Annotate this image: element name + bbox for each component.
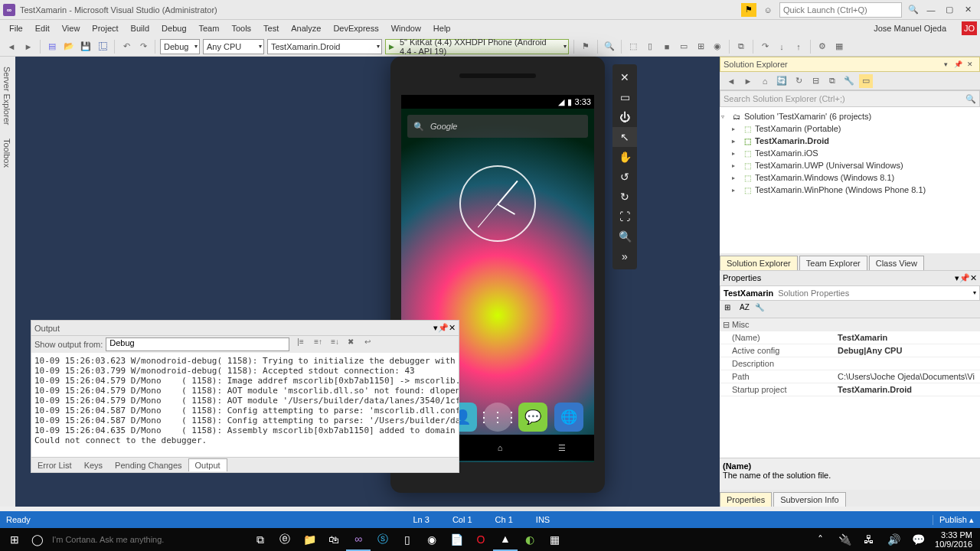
output-prev-icon[interactable]: ≡↑	[314, 337, 328, 351]
feedback-icon[interactable]: ☺	[761, 3, 775, 17]
output-from-combo[interactable]: Debug	[106, 337, 289, 351]
prop-close-icon[interactable]: ✕	[970, 273, 977, 283]
emu-zoom-button[interactable]: 🔍	[612, 227, 637, 246]
emu-single-touch-button[interactable]: ↖	[612, 127, 637, 147]
prop-az-icon[interactable]: AZ	[740, 303, 752, 315]
menu-tools[interactable]: Tools	[225, 24, 257, 33]
output-wrap-icon[interactable]: ↩	[364, 337, 378, 351]
find-icon[interactable]: 🔍	[603, 40, 616, 54]
se-fwd-icon[interactable]: ►	[741, 74, 755, 88]
prop-row-1[interactable]: Active configDebug|Any CPU	[720, 344, 980, 357]
tab-class-view[interactable]: Class View	[869, 256, 924, 270]
tray-network-icon[interactable]: 🖧	[857, 528, 881, 551]
user-avatar-badge[interactable]: JO	[962, 21, 977, 35]
solution-explorer-search[interactable]: Search Solution Explorer (Ctrl+;) 🔍	[720, 90, 980, 107]
emu-cam-icon[interactable]: ■	[660, 40, 674, 54]
prop-pin-icon[interactable]: 📌	[959, 273, 970, 283]
chrome-icon[interactable]: ◉	[420, 528, 444, 551]
emu-rotate-right-button[interactable]: ↻	[612, 187, 637, 207]
se-collapse-icon[interactable]: ⊟	[808, 74, 822, 88]
output-pin-icon[interactable]: 📌	[438, 323, 449, 333]
menu-debug[interactable]: Debug	[155, 24, 192, 33]
menu-test[interactable]: Test	[257, 24, 285, 33]
output-find-icon[interactable]: |≡	[297, 337, 311, 351]
edge-icon[interactable]: ⓔ	[273, 528, 297, 551]
tab-subversion[interactable]: Subversion Info	[773, 492, 845, 507]
se-pin-icon[interactable]: 📌	[952, 59, 963, 70]
project-node-0[interactable]: ▸⬚TestXamarin (Portable)	[721, 122, 978, 135]
quick-launch-input[interactable]	[779, 2, 902, 18]
tray-volume-icon[interactable]: 🔊	[881, 528, 906, 551]
solution-config-combo[interactable]: Debug	[160, 39, 200, 54]
notepad-icon[interactable]: 📄	[444, 528, 469, 551]
se-sync-icon[interactable]: 🔄	[775, 74, 789, 88]
restore-button[interactable]: ▢	[940, 2, 959, 18]
se-properties-icon[interactable]: 🔧	[842, 74, 856, 88]
menu-help[interactable]: Help	[427, 24, 457, 33]
prop-pages-icon[interactable]: 🔧	[755, 303, 767, 315]
startup-project-combo[interactable]: TestXamarin.Droid	[267, 39, 382, 54]
emu-minimize-button[interactable]: ▭	[612, 87, 637, 107]
prop-cat-icon[interactable]: ⊞	[724, 303, 737, 315]
nav-recent-icon[interactable]: ☰	[558, 443, 566, 453]
menu-devexpress[interactable]: DevExpress	[327, 24, 384, 33]
start-debug-button[interactable]: 5" KitKat (4.4) XXHDPI Phone (Android 4.…	[385, 39, 569, 54]
properties-grid[interactable]: ⊟ Misc(Name)TestXamarinActive configDebu…	[720, 318, 980, 458]
emu-monitor-icon[interactable]: ▭	[677, 40, 691, 54]
prop-category[interactable]: ⊟ Misc	[720, 318, 980, 331]
emu-more-button[interactable]: »	[612, 246, 637, 266]
se-close-icon[interactable]: ✕	[965, 59, 975, 70]
taskbar-clock[interactable]: 3:33 PM 10/9/2016	[930, 530, 977, 549]
emu-window-icon[interactable]: ⧉	[734, 40, 748, 54]
notifications-flag-icon[interactable]: ⚑	[741, 3, 756, 17]
dock-messages-icon[interactable]: 💬	[518, 403, 547, 432]
open-file-icon[interactable]: 📂	[62, 40, 76, 54]
menu-file[interactable]: File	[3, 24, 29, 33]
start-button[interactable]: ⊞	[3, 528, 26, 551]
tab-output[interactable]: Output	[188, 458, 227, 471]
se-showall-icon[interactable]: ⧉	[825, 74, 839, 88]
search-icon[interactable]: 🔍	[906, 3, 920, 17]
emu-rotate-left-button[interactable]: ↺	[612, 167, 637, 187]
tb-misc-icon[interactable]: ⚙	[815, 40, 829, 54]
emu-globe-icon[interactable]: ◉	[710, 40, 724, 54]
step-out-icon[interactable]: ↑	[792, 40, 805, 54]
dock-apps-icon[interactable]: ⋮⋮⋮	[483, 403, 512, 432]
tab-pending-changes[interactable]: Pending Changes	[109, 459, 188, 471]
explorer-icon[interactable]: 📁	[297, 528, 322, 551]
se-preview-icon[interactable]: ▭	[859, 74, 873, 88]
se-back-icon[interactable]: ◄	[724, 74, 738, 88]
project-node-4[interactable]: ▸⬚TestXamarin.Windows (Windows 8.1)	[721, 171, 978, 184]
se-home-icon[interactable]: ⌂	[758, 74, 772, 88]
camtasia-icon[interactable]: ◐	[518, 528, 542, 551]
opera-icon[interactable]: O	[469, 528, 493, 551]
nav-back-icon[interactable]: ◄	[5, 40, 18, 54]
tab-solution-explorer[interactable]: Solution Explorer	[720, 256, 798, 270]
tb-icon-1[interactable]: ⚑	[579, 40, 593, 54]
solution-root[interactable]: ▿🗂Solution 'TestXamarin' (6 projects)	[721, 110, 978, 122]
undo-icon[interactable]: ↶	[119, 40, 133, 54]
close-button[interactable]: ✕	[959, 2, 977, 18]
output-text[interactable]: 10-09 15:26:03.623 W/monodroid-debug( 11…	[31, 353, 459, 457]
cortana-search[interactable]: I'm Cortana. Ask me anything.	[49, 535, 248, 544]
store-icon[interactable]: 🛍	[322, 528, 346, 551]
new-project-icon[interactable]: ▤	[45, 40, 59, 54]
save-all-icon[interactable]: ⿺	[96, 40, 109, 54]
cortana-icon[interactable]: ◯	[26, 533, 49, 546]
tab-toolbox[interactable]: Toolbox	[0, 132, 15, 174]
tab-team-explorer[interactable]: Team Explorer	[799, 256, 867, 270]
menu-view[interactable]: View	[56, 24, 87, 33]
menu-project[interactable]: Project	[86, 24, 124, 33]
emu-multi-touch-button[interactable]: ✋	[612, 147, 637, 167]
emu-grid-icon[interactable]: ⊞	[694, 40, 707, 54]
output-close-icon[interactable]: ✕	[449, 323, 456, 333]
redo-icon[interactable]: ↷	[136, 40, 150, 54]
menu-edit[interactable]: Edit	[29, 24, 56, 33]
nav-forward-icon[interactable]: ►	[21, 40, 35, 54]
prop-row-3[interactable]: PathC:\Users\Joche Ojeda\Documents\Vi	[720, 370, 980, 383]
taskview-icon[interactable]: ⧉	[248, 528, 273, 551]
se-refresh-icon[interactable]: ↻	[792, 74, 805, 88]
emu-tablet-icon[interactable]: ⬚	[626, 40, 640, 54]
menu-team[interactable]: Team	[193, 24, 226, 33]
solution-tree[interactable]: ▿🗂Solution 'TestXamarin' (6 projects)▸⬚T…	[720, 107, 980, 253]
